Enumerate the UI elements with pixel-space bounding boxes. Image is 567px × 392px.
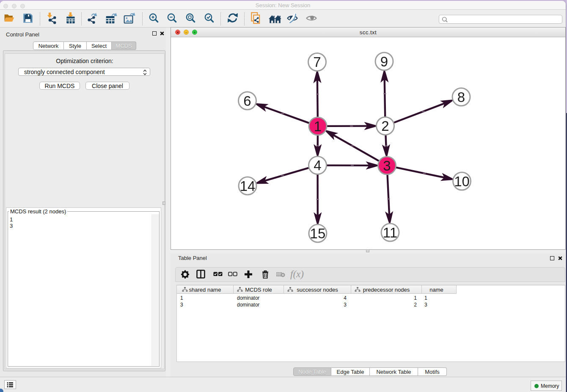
svg-text:8: 8 <box>457 89 465 105</box>
svg-text:11: 11 <box>383 225 397 240</box>
svg-text:4: 4 <box>314 157 321 173</box>
svg-text:1: 1 <box>314 119 322 134</box>
svg-text:7: 7 <box>313 54 321 70</box>
svg-text:15: 15 <box>310 226 326 241</box>
svg-text:14: 14 <box>240 178 256 194</box>
svg-text:10: 10 <box>454 174 470 189</box>
svg-text:2: 2 <box>381 118 389 134</box>
svg-text:9: 9 <box>380 54 388 69</box>
svg-text:3: 3 <box>383 158 391 174</box>
svg-text:6: 6 <box>243 93 251 109</box>
